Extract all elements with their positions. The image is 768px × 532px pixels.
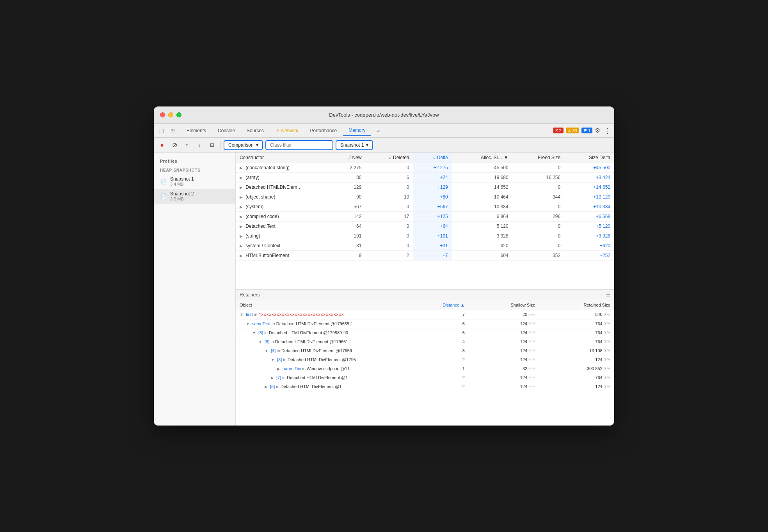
cell-alloc: 10 384 bbox=[452, 202, 512, 212]
ret-expand-icon[interactable]: ▶ bbox=[271, 376, 274, 380]
tab-network[interactable]: ⚠ Network bbox=[270, 126, 304, 136]
devtools-panel: ⬚ ⊡ Elements Console Sources ⚠ Network P… bbox=[154, 124, 614, 426]
cell-deleted: 6 bbox=[365, 173, 413, 183]
cursor-icon[interactable]: ⬚ bbox=[157, 126, 166, 135]
tab-console[interactable]: Console bbox=[212, 126, 240, 136]
snapshot-dropdown[interactable]: Snapshot 1 ▾ bbox=[336, 140, 373, 150]
table-row[interactable]: ▶ (concatenated string) 2 275 0 +2 275 4… bbox=[236, 163, 614, 173]
ret-col-shallow[interactable]: Shallow Size bbox=[469, 300, 539, 310]
cell-constructor: ▶ (array) bbox=[236, 173, 329, 183]
cell-deleted: 0 bbox=[365, 202, 413, 212]
table-row[interactable]: ▶ HTMLButtonElement 9 2 +7 604 352 +252 bbox=[236, 251, 614, 261]
cell-delta: +7 bbox=[413, 251, 452, 261]
cell-freed: 0 bbox=[512, 222, 564, 231]
expand-icon[interactable]: ▶ bbox=[240, 205, 243, 209]
cell-freed: 344 bbox=[512, 192, 564, 202]
ret-ref: Detached HTMLDivElement @1795 bbox=[288, 357, 356, 362]
ret-row[interactable]: ▶ [7] in Detached HTMLDivElement @1 2 12… bbox=[236, 373, 614, 382]
tab-memory[interactable]: Memory bbox=[343, 125, 371, 136]
ret-row[interactable]: ▼ [8] in Detached HTMLDivElement @179589… bbox=[236, 328, 614, 337]
ret-row[interactable]: ▼ someText in Detached HTMLDivElement @1… bbox=[236, 319, 614, 328]
table-row[interactable]: ▶ (system) 567 0 +567 10 384 0 +10 384 bbox=[236, 202, 614, 212]
col-alloc[interactable]: Alloc. Si… ▼ bbox=[452, 153, 512, 163]
comparison-dropdown[interactable]: Comparison ▾ bbox=[224, 140, 263, 150]
table-row[interactable]: ▶ (compiled code) 142 17 +125 6 864 296 … bbox=[236, 212, 614, 222]
retainers-menu-icon[interactable]: ☰ bbox=[606, 292, 610, 298]
expand-icon[interactable]: ▶ bbox=[240, 254, 243, 258]
close-button[interactable] bbox=[160, 112, 165, 117]
ret-expand-icon[interactable]: ▼ bbox=[258, 340, 262, 344]
ret-expand-icon[interactable]: ▼ bbox=[246, 322, 250, 326]
ret-row[interactable]: ▼ first in "xxxxxxxxxxxxxxxxxxxxxxxxxxxx… bbox=[236, 310, 614, 319]
profiles-heading: Profiles bbox=[154, 157, 235, 165]
class-filter-input[interactable] bbox=[265, 140, 333, 150]
error-badge[interactable]: ✕ 2 bbox=[553, 128, 564, 133]
col-delta[interactable]: # Delta bbox=[413, 153, 452, 163]
col-constructor[interactable]: Constructor bbox=[236, 153, 329, 163]
cell-alloc: 6 864 bbox=[452, 212, 512, 222]
cell-new: 142 bbox=[329, 212, 365, 222]
clear-button[interactable]: ⊘ bbox=[169, 140, 180, 150]
snapshot-2-item[interactable]: 📄 Snapshot 2 3.5 MB bbox=[154, 189, 235, 204]
ret-cell-shallow: 124 0 % bbox=[469, 337, 539, 346]
ret-row[interactable]: ▼ [8] in Detached HTMLDivElement @179661… bbox=[236, 337, 614, 346]
tab-sources[interactable]: Sources bbox=[241, 126, 269, 136]
ret-col-object[interactable]: Object bbox=[236, 300, 404, 310]
table-row[interactable]: ▶ Detached HTMLDivElem… 129 0 +129 14 65… bbox=[236, 183, 614, 192]
expand-icon[interactable]: ▶ bbox=[240, 176, 243, 180]
expand-icon[interactable]: ▶ bbox=[240, 244, 243, 248]
col-deleted[interactable]: # Deleted bbox=[365, 153, 413, 163]
warning-badge[interactable]: ⚠ 33 bbox=[566, 128, 579, 133]
minimize-button[interactable] bbox=[168, 112, 173, 117]
ret-row[interactable]: ▶ parentDiv in Window / cdpn.io @11 1 32… bbox=[236, 364, 614, 373]
ret-cell-shallow: 20 0 % bbox=[469, 310, 539, 319]
cell-freed: 0 bbox=[512, 183, 564, 192]
snapshot-dropdown-arrow-icon: ▾ bbox=[366, 142, 368, 148]
ret-row[interactable]: ▼ [4] in Detached HTMLDivElement @17959:… bbox=[236, 346, 614, 355]
cell-alloc: 19 680 bbox=[452, 173, 512, 183]
tab-more[interactable]: » bbox=[372, 126, 386, 136]
ret-expand-icon[interactable]: ▼ bbox=[252, 331, 256, 335]
ret-cell-distance: 2 bbox=[404, 355, 469, 364]
upload-button[interactable]: ↑ bbox=[182, 140, 192, 150]
cell-delta: +2 275 bbox=[413, 163, 452, 173]
tab-elements[interactable]: Elements bbox=[181, 126, 212, 136]
maximize-button[interactable] bbox=[176, 112, 181, 117]
table-row[interactable]: ▶ Detached Text 64 0 +64 5 120 0 +5 120 bbox=[236, 222, 614, 231]
ret-col-retained[interactable]: Retained Size bbox=[539, 300, 614, 310]
ret-row[interactable]: ▶ [6] in Detached HTMLDivElement @1 2 12… bbox=[236, 382, 614, 391]
heap-button[interactable]: ⊞ bbox=[207, 140, 217, 150]
ret-expand-icon[interactable]: ▼ bbox=[271, 358, 275, 362]
flag-badge[interactable]: ⚑ 1 bbox=[581, 128, 592, 133]
ret-expand-icon[interactable]: ▼ bbox=[240, 312, 244, 317]
expand-icon[interactable]: ▶ bbox=[240, 185, 243, 190]
more-icon[interactable]: ⋮ bbox=[604, 126, 611, 135]
table-row[interactable]: ▶ (array) 30 6 +24 19 680 16 256 +3 424 bbox=[236, 173, 614, 183]
ret-expand-icon[interactable]: ▶ bbox=[265, 385, 268, 389]
expand-icon[interactable]: ▶ bbox=[240, 224, 243, 229]
expand-icon[interactable]: ▶ bbox=[240, 195, 243, 199]
col-new[interactable]: # New bbox=[329, 153, 365, 163]
ret-expand-icon[interactable]: ▶ bbox=[277, 367, 280, 371]
download-button[interactable]: ↓ bbox=[194, 140, 204, 150]
cell-alloc: 604 bbox=[452, 251, 512, 261]
ret-expand-icon[interactable]: ▼ bbox=[265, 349, 268, 353]
cell-size-delta: +5 120 bbox=[564, 222, 614, 231]
table-row[interactable]: ▶ (string) 191 0 +191 3 928 0 +3 928 bbox=[236, 231, 614, 241]
col-freed[interactable]: Freed Size bbox=[512, 153, 564, 163]
tab-performance[interactable]: Performance bbox=[304, 126, 342, 136]
ret-row[interactable]: ▼ [3] in Detached HTMLDivElement @1795 2… bbox=[236, 355, 614, 364]
table-row[interactable]: ▶ (object shape) 90 10 +80 10 464 344 +1… bbox=[236, 192, 614, 202]
table-row[interactable]: ▶ system / Context 31 0 +31 620 0 +620 bbox=[236, 241, 614, 251]
expand-icon[interactable]: ▶ bbox=[240, 215, 243, 219]
record-button[interactable]: ● bbox=[157, 140, 167, 150]
settings-icon[interactable]: ⚙ bbox=[595, 127, 600, 134]
ret-col-distance[interactable]: Distance ▲ bbox=[404, 300, 469, 310]
ret-cell-distance: 3 bbox=[404, 346, 469, 355]
expand-icon[interactable]: ▶ bbox=[240, 234, 243, 238]
inspect-icon[interactable]: ⊡ bbox=[168, 126, 177, 135]
snapshot-1-item[interactable]: 📄 Snapshot 1 3.4 MB bbox=[154, 174, 235, 189]
col-size-delta[interactable]: Size Delta bbox=[564, 153, 614, 163]
expand-icon[interactable]: ▶ bbox=[240, 166, 243, 170]
heap-snapshots-heading: HEAP SNAPSHOTS bbox=[154, 165, 235, 174]
